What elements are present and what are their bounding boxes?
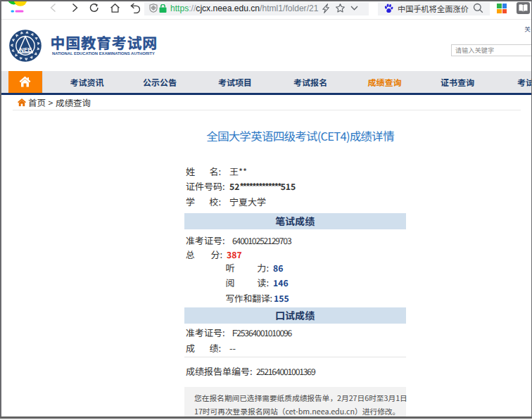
svg-text:NEE: NEE: [20, 46, 32, 53]
